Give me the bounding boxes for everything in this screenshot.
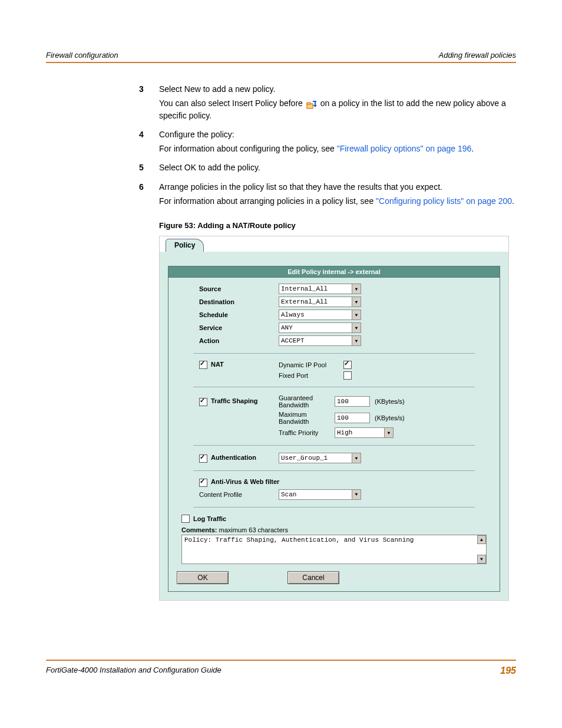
comments-hint: maximum 63 characters bbox=[217, 526, 288, 533]
policy-screenshot: Policy Edit Policy internal -> external … bbox=[159, 236, 509, 600]
chevron-down-icon: ▼ bbox=[352, 297, 361, 307]
select-schedule[interactable]: Always ▼ bbox=[279, 309, 361, 320]
label-fixed-port: Fixed Port bbox=[279, 372, 343, 379]
label-comments: Comments: bbox=[181, 526, 217, 533]
insert-policy-icon bbox=[306, 100, 317, 108]
label-dynamic-ip-pool: Dynamic IP Pool bbox=[279, 361, 343, 368]
label-action: Action bbox=[176, 337, 279, 344]
authentication-section: Authentication bbox=[176, 454, 279, 462]
tab-policy[interactable]: Policy bbox=[166, 239, 204, 252]
cancel-button[interactable]: Cancel bbox=[287, 571, 339, 584]
label-source: Source bbox=[176, 285, 279, 292]
input-maximum-bandwidth[interactable]: 100 bbox=[335, 413, 370, 423]
checkbox-log-traffic[interactable] bbox=[181, 515, 190, 523]
step-6: 6 Arrange policies in the policy list so… bbox=[139, 181, 516, 210]
checkbox-authentication[interactable] bbox=[199, 454, 207, 463]
label-traffic-priority: Traffic Priority bbox=[279, 429, 335, 436]
label-maximum-bandwidth: Maximum Bandwidth bbox=[279, 411, 335, 425]
chevron-down-icon: ▼ bbox=[352, 323, 361, 332]
unit-label: (KBytes/s) bbox=[375, 414, 405, 421]
step-3: 3 Select New to add a new policy. You ca… bbox=[139, 83, 516, 124]
separator bbox=[193, 353, 475, 354]
scroll-up-icon[interactable]: ▲ bbox=[477, 535, 486, 544]
link-firewall-policy-options[interactable]: "Firewall policy options" on page 196 bbox=[337, 144, 472, 153]
chevron-down-icon: ▼ bbox=[352, 336, 361, 345]
step-text: Select New to add a new policy. bbox=[159, 83, 516, 95]
header-right: Adding firewall policies bbox=[438, 51, 516, 60]
antivirus-section: Anti-Virus & Web filter bbox=[176, 478, 279, 486]
checkbox-fixed-port[interactable] bbox=[343, 371, 352, 380]
step-number: 6 bbox=[139, 181, 159, 210]
select-source[interactable]: Internal_All ▼ bbox=[279, 284, 361, 294]
separator bbox=[193, 507, 475, 508]
footer-rule bbox=[46, 660, 516, 661]
checkbox-nat[interactable] bbox=[199, 361, 207, 369]
label-schedule: Schedule bbox=[176, 311, 279, 318]
separator bbox=[193, 387, 475, 387]
step-number: 3 bbox=[139, 83, 159, 124]
select-service[interactable]: ANY ▼ bbox=[279, 322, 361, 333]
label-log-traffic: Log Traffic bbox=[193, 515, 226, 522]
footer-title: FortiGate-4000 Installation and Configur… bbox=[46, 666, 222, 676]
chevron-down-icon: ▼ bbox=[352, 310, 361, 319]
checkbox-dynamic-ip-pool[interactable] bbox=[343, 361, 352, 369]
step-text: Arrange policies in the policy list so t… bbox=[159, 181, 516, 193]
page-header: Firewall configuration Adding firewall p… bbox=[46, 51, 516, 63]
textarea-comments[interactable]: Policy: Traffic Shaping, Authentication,… bbox=[181, 535, 487, 564]
panel-title: Edit Policy internal -> external bbox=[168, 266, 500, 278]
label-guaranteed-bandwidth: Guaranteed Bandwidth bbox=[279, 394, 335, 409]
header-left: Firewall configuration bbox=[46, 51, 118, 60]
link-configuring-policy-lists[interactable]: "Configuring policy lists" on page 200 bbox=[376, 196, 512, 206]
unit-label: (KBytes/s) bbox=[375, 398, 405, 405]
select-content-profile[interactable]: Scan ▼ bbox=[279, 489, 361, 500]
nat-section: NAT bbox=[176, 361, 279, 369]
chevron-down-icon: ▼ bbox=[352, 453, 361, 463]
step-text: For information about arranging policies… bbox=[159, 195, 516, 207]
chevron-down-icon: ▼ bbox=[352, 490, 361, 499]
step-text: Select OK to add the policy. bbox=[159, 162, 516, 173]
step-text: For information about configuring the po… bbox=[159, 143, 516, 154]
checkbox-traffic-shaping[interactable] bbox=[199, 398, 207, 406]
chevron-down-icon: ▼ bbox=[384, 428, 393, 437]
label-destination: Destination bbox=[176, 298, 279, 305]
figure-caption: Figure 53: Adding a NAT/Route policy bbox=[159, 221, 516, 230]
ok-button[interactable]: OK bbox=[177, 571, 229, 584]
step-4: 4 Configure the policy: For information … bbox=[139, 129, 516, 157]
page-number: 195 bbox=[500, 666, 516, 676]
step-text: Configure the policy: bbox=[159, 129, 516, 140]
select-action[interactable]: ACCEPT ▼ bbox=[279, 335, 361, 346]
svg-rect-1 bbox=[307, 103, 310, 104]
scroll-down-icon[interactable]: ▼ bbox=[477, 555, 486, 564]
chevron-down-icon: ▼ bbox=[352, 284, 361, 294]
step-number: 4 bbox=[139, 129, 159, 157]
select-destination[interactable]: External_All ▼ bbox=[279, 297, 361, 307]
separator bbox=[193, 470, 475, 471]
label-content-profile: Content Profile bbox=[176, 491, 279, 498]
step-number: 5 bbox=[139, 162, 159, 176]
separator bbox=[193, 445, 475, 446]
select-traffic-priority[interactable]: High ▼ bbox=[335, 427, 394, 438]
checkbox-antivirus[interactable] bbox=[199, 479, 207, 487]
step-5: 5 Select OK to add the policy. bbox=[139, 162, 516, 176]
select-authentication[interactable]: User_Group_1 ▼ bbox=[279, 453, 361, 463]
page-footer: FortiGate-4000 Installation and Configur… bbox=[46, 666, 516, 676]
traffic-shaping-section: Traffic Shaping bbox=[176, 397, 279, 406]
label-service: Service bbox=[176, 324, 279, 331]
input-guaranteed-bandwidth[interactable]: 100 bbox=[335, 396, 370, 407]
step-text: You can also select Insert Policy before… bbox=[159, 97, 516, 121]
